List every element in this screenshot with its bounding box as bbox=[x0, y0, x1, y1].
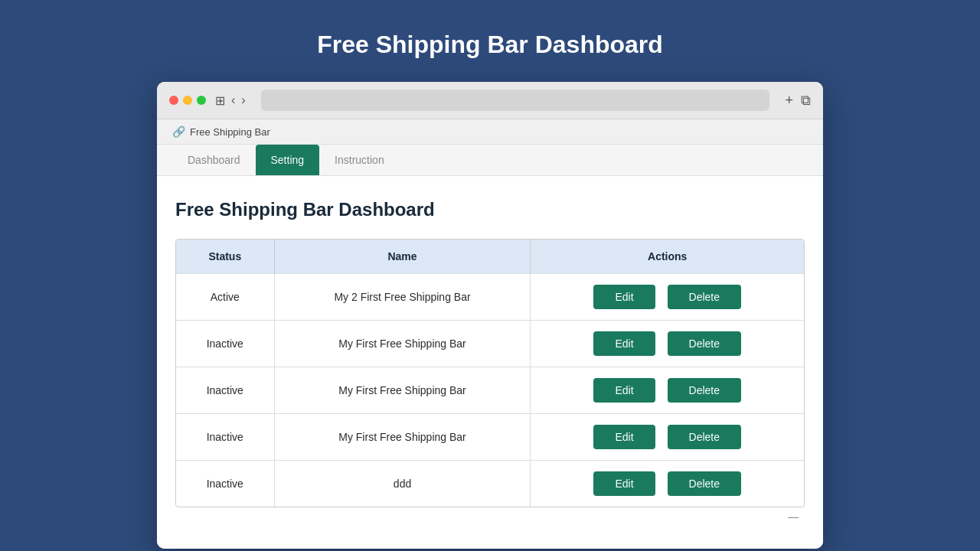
table-row: InactivedddEditDelete bbox=[176, 461, 804, 507]
actions-cell: EditDelete bbox=[543, 378, 792, 403]
cell-status: Inactive bbox=[176, 461, 274, 507]
tabs-bar: Dashboard Setting Instruction bbox=[157, 145, 823, 176]
traffic-light-green[interactable] bbox=[197, 96, 206, 105]
data-table: Status Name Actions ActiveMy 2 First Fre… bbox=[176, 240, 804, 507]
cell-actions: EditDelete bbox=[531, 414, 804, 461]
copy-tab-icon[interactable]: ⧉ bbox=[801, 93, 811, 109]
scrollbar-hint: — bbox=[175, 507, 805, 526]
delete-button[interactable]: Delete bbox=[668, 331, 741, 356]
nav-breadcrumb: Free Shipping Bar bbox=[190, 126, 270, 138]
tab-instruction[interactable]: Instruction bbox=[319, 145, 400, 175]
traffic-lights bbox=[169, 96, 206, 105]
cell-actions: EditDelete bbox=[531, 461, 804, 507]
browser-window: ⊞ ‹ › + ⧉ 🔗 Free Shipping Bar Dashboard … bbox=[157, 82, 823, 549]
actions-cell: EditDelete bbox=[543, 471, 792, 496]
cell-name: My 2 First Free Shipping Bar bbox=[274, 274, 531, 321]
browser-icons: ⊞ ‹ › bbox=[215, 93, 246, 108]
grid-icon[interactable]: ⊞ bbox=[215, 93, 225, 108]
delete-button[interactable]: Delete bbox=[668, 425, 741, 449]
delete-button[interactable]: Delete bbox=[668, 378, 741, 403]
cell-actions: EditDelete bbox=[531, 367, 804, 414]
table-row: ActiveMy 2 First Free Shipping BarEditDe… bbox=[176, 274, 804, 321]
col-name: Name bbox=[274, 240, 531, 274]
edit-button[interactable]: Edit bbox=[593, 425, 655, 449]
cell-status: Inactive bbox=[176, 414, 274, 461]
cell-name: My First Free Shipping Bar bbox=[274, 414, 531, 461]
back-icon[interactable]: ‹ bbox=[231, 93, 235, 107]
table-row: InactiveMy First Free Shipping BarEditDe… bbox=[176, 367, 804, 414]
forward-icon[interactable]: › bbox=[241, 93, 245, 107]
cell-name: ddd bbox=[274, 461, 531, 507]
data-table-container: Status Name Actions ActiveMy 2 First Fre… bbox=[175, 239, 805, 507]
cell-actions: EditDelete bbox=[531, 321, 804, 367]
cell-name: My First Free Shipping Bar bbox=[274, 321, 531, 367]
table-row: InactiveMy First Free Shipping BarEditDe… bbox=[176, 321, 804, 367]
tab-dashboard[interactable]: Dashboard bbox=[172, 145, 256, 175]
delete-button[interactable]: Delete bbox=[668, 285, 741, 309]
traffic-light-red[interactable] bbox=[169, 96, 178, 105]
cell-status: Active bbox=[176, 274, 274, 321]
traffic-light-yellow[interactable] bbox=[183, 96, 192, 105]
page-title: Free Shipping Bar Dashboard bbox=[317, 31, 663, 59]
nav-link-icon: 🔗 bbox=[172, 126, 185, 138]
address-bar[interactable] bbox=[261, 90, 770, 111]
table-header-row: Status Name Actions bbox=[176, 240, 804, 274]
cell-status: Inactive bbox=[176, 367, 274, 414]
actions-cell: EditDelete bbox=[543, 425, 792, 449]
actions-cell: EditDelete bbox=[543, 285, 792, 309]
table-row: InactiveMy First Free Shipping BarEditDe… bbox=[176, 414, 804, 461]
col-actions: Actions bbox=[531, 240, 804, 274]
delete-button[interactable]: Delete bbox=[668, 471, 741, 496]
edit-button[interactable]: Edit bbox=[593, 378, 655, 403]
cell-actions: EditDelete bbox=[531, 274, 804, 321]
main-content: Free Shipping Bar Dashboard Status Name … bbox=[157, 176, 823, 549]
browser-actions: + ⧉ bbox=[785, 93, 811, 109]
cell-status: Inactive bbox=[176, 321, 274, 367]
tab-setting[interactable]: Setting bbox=[256, 145, 320, 175]
nav-bar: 🔗 Free Shipping Bar bbox=[157, 119, 823, 145]
browser-chrome: ⊞ ‹ › + ⧉ bbox=[157, 82, 823, 119]
cell-name: My First Free Shipping Bar bbox=[274, 367, 531, 414]
edit-button[interactable]: Edit bbox=[593, 331, 655, 356]
edit-button[interactable]: Edit bbox=[593, 471, 655, 496]
actions-cell: EditDelete bbox=[543, 331, 792, 356]
content-title: Free Shipping Bar Dashboard bbox=[175, 199, 805, 220]
new-tab-icon[interactable]: + bbox=[785, 93, 793, 109]
col-status: Status bbox=[176, 240, 274, 274]
edit-button[interactable]: Edit bbox=[593, 285, 655, 309]
